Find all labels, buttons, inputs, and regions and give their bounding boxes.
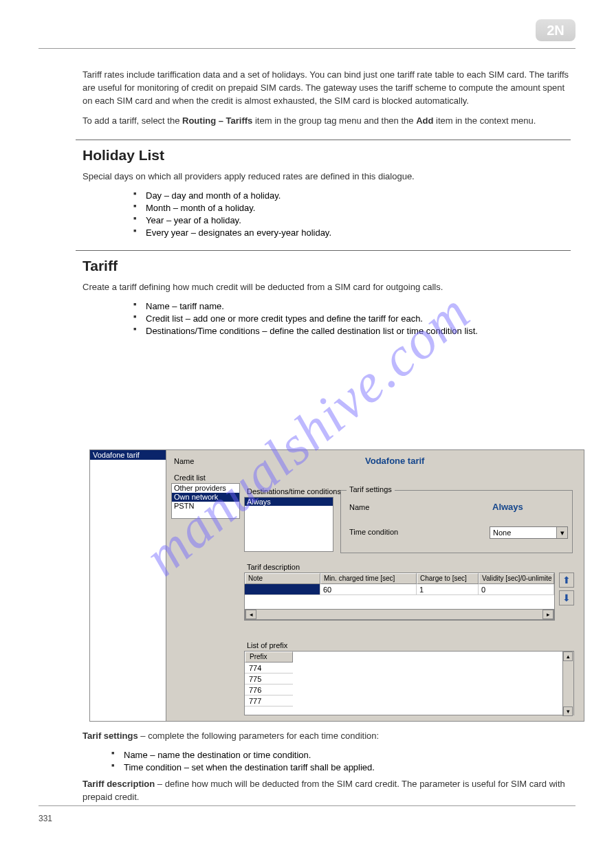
credit-list[interactable]: Other providers Own network PSTN [171, 483, 240, 519]
list-item: Name – name the destination or time cond… [124, 750, 575, 760]
tarif-desc-table[interactable]: Note Min. charged time [sec] Charge to [… [244, 572, 555, 621]
col-min-charged[interactable]: Min. charged time [sec] [320, 573, 417, 584]
holiday-paragraph: Special days on which all providers appl… [83, 170, 575, 183]
table-row[interactable]: 775 [245, 674, 293, 685]
prefix-list-table[interactable]: Prefix 774 775 776 777 ▴ ▾ [244, 651, 574, 715]
list-item: Every year – designates an every-year ho… [146, 227, 575, 238]
dest-list[interactable]: Always [244, 497, 333, 552]
time-condition-value: None [493, 528, 511, 537]
dest-list-item-selected[interactable]: Always [245, 498, 333, 506]
heading-tariff: Tariff [83, 258, 575, 274]
config-screenshot: Vodafone tarif Name Vodafone tarif Credi… [89, 449, 584, 722]
tarif-settings-para: Tarif settings – complete the following … [83, 730, 575, 743]
table-row[interactable]: 777 [245, 695, 293, 706]
col-charge-to[interactable]: Charge to [sec] [417, 573, 479, 584]
credit-list-item-selected[interactable]: Own network [172, 493, 239, 502]
scroll-up-icon[interactable]: ▴ [563, 652, 573, 661]
h-scrollbar[interactable]: ◂ ▸ [245, 609, 554, 620]
tariff-paragraph: Create a tariff defining how much credit… [83, 281, 575, 294]
tarif-settings-rest: – complete the following parameters for … [140, 731, 379, 741]
add-bold-1: Routing – Tariffs [182, 115, 252, 126]
tarif-settings-bold: Tarif settings [83, 731, 138, 741]
row-order-buttons: ⬆ ⬇ [559, 572, 574, 608]
name-label: Name [174, 457, 194, 465]
footer-rule [39, 805, 575, 806]
col-note[interactable]: Note [245, 573, 320, 584]
tariff-description-rest: – define how much will be deducted from … [83, 779, 565, 802]
list-item: Credit list – add one or more credit typ… [146, 313, 575, 324]
prefix-list-label: List of prefix [247, 641, 287, 649]
name-value: Vodafone tarif [365, 456, 424, 466]
credit-list-item[interactable]: PSTN [172, 502, 239, 511]
tariff-list-item-selected[interactable]: Vodafone tarif [90, 450, 166, 460]
section-rule-2 [76, 250, 571, 251]
time-condition-label: Time condition [349, 528, 398, 536]
add-text-2: item in the group tag menu and then the [255, 115, 414, 126]
move-down-button[interactable]: ⬇ [559, 590, 574, 605]
cell-min-charged[interactable]: 60 [320, 584, 417, 595]
header-rule [39, 48, 575, 49]
add-bold-2: Add [416, 115, 433, 126]
tariff-bullets: Name – tariff name. Credit list – add on… [146, 301, 575, 336]
add-text-3: item in the context menu. [436, 115, 536, 126]
move-up-button[interactable]: ⬆ [559, 572, 574, 588]
list-item: Name – tariff name. [146, 301, 575, 311]
v-scrollbar[interactable]: ▴ ▾ [562, 652, 573, 716]
cell-note[interactable] [245, 584, 320, 595]
scroll-down-icon[interactable]: ▾ [563, 706, 573, 716]
list-item: Day – day and month of a holiday. [146, 190, 575, 201]
add-text-1: To add a tariff, select the [83, 115, 179, 126]
list-item: Destinations/Time conditions – define th… [146, 326, 575, 336]
section-rule-1 [76, 140, 571, 140]
tarif-name-label: Name [349, 503, 369, 511]
holiday-bullets: Day – day and month of a holiday. Month … [146, 190, 575, 238]
page-number: 331 [39, 814, 52, 823]
add-paragraph: To add a tariff, select the Routing – Ta… [83, 115, 575, 128]
table-row[interactable]: 774 [245, 663, 293, 674]
time-condition-combo[interactable]: None ▾ [490, 526, 568, 539]
list-item: Year – year of a holiday. [146, 215, 575, 225]
table-row[interactable]: 776 [245, 685, 293, 695]
cell-charge-to[interactable]: 1 [417, 584, 479, 595]
tariff-list-panel[interactable]: Vodafone tarif [90, 450, 166, 721]
intro-paragraph: Tariff rates include tariffication data … [83, 69, 575, 108]
col-prefix[interactable]: Prefix [245, 652, 293, 663]
dest-label: Destinations/time conditions [247, 487, 341, 496]
col-validity[interactable]: Validity [sec]/0-unlimite [479, 573, 554, 584]
chevron-down-icon[interactable]: ▾ [556, 527, 567, 538]
cell-validity[interactable]: 0 [479, 584, 554, 595]
list-item: Month – month of a holiday. [146, 203, 575, 213]
scroll-left-icon[interactable]: ◂ [245, 610, 256, 619]
tarif-desc-label: Tarif description [247, 563, 300, 571]
tarif-settings-bullets: Name – name the destination or time cond… [124, 750, 575, 772]
tarif-settings-group: Tarif settings Name Always Time conditio… [340, 490, 573, 553]
tariff-description-para: Tariff description – define how much wil… [83, 778, 575, 804]
list-item: Time condition – set when the destinatio… [124, 762, 575, 772]
tarif-settings-title: Tarif settings [347, 485, 395, 493]
tariff-description-bold: Tariff description [83, 779, 155, 789]
heading-holiday-list: Holiday List [83, 147, 575, 164]
brand-logo: 2N [536, 19, 575, 41]
credit-list-item[interactable]: Other providers [172, 484, 239, 493]
table-row[interactable]: 60 1 0 [245, 584, 554, 595]
credit-list-label: Credit list [174, 474, 206, 482]
tarif-name-value: Always [492, 502, 523, 512]
scroll-right-icon[interactable]: ▸ [542, 610, 553, 619]
